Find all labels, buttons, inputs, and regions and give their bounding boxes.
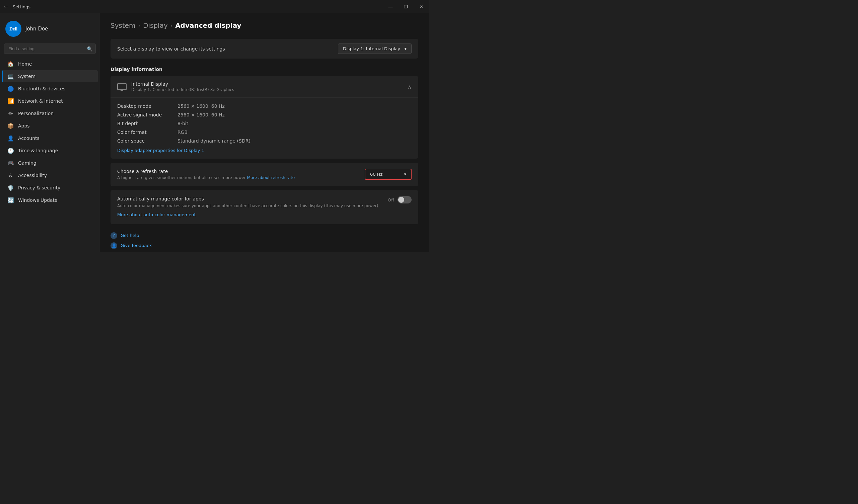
info-row: Color space Standard dynamic range (SDR) bbox=[117, 136, 412, 145]
get-help-link[interactable]: ? Get help bbox=[111, 232, 418, 239]
app-layout: Dell John Doe 🔍 🏠 Home 💻 System 🔵 Blueto… bbox=[0, 13, 429, 252]
refresh-dropdown-chevron-icon: ▾ bbox=[404, 172, 406, 177]
toggle-label: Off bbox=[388, 197, 394, 202]
give-feedback-label: Give feedback bbox=[121, 243, 152, 248]
sidebar-item-update[interactable]: 🔄 Windows Update bbox=[2, 194, 98, 206]
color-mgmt-link[interactable]: More about auto color management bbox=[117, 212, 196, 218]
toggle-area: Off bbox=[388, 196, 412, 204]
get-help-label: Get help bbox=[121, 233, 139, 238]
color-mgmt-desc: Auto color management makes sure your ap… bbox=[117, 203, 381, 218]
avatar: Dell bbox=[5, 21, 21, 37]
content-area: System › Display › Advanced display Sele… bbox=[100, 13, 429, 252]
sidebar-item-apps[interactable]: 📦 Apps bbox=[2, 120, 98, 132]
home-icon: 🏠 bbox=[7, 61, 14, 67]
info-row: Bit depth 8-bit bbox=[117, 119, 412, 128]
refresh-rate-info: Choose a refresh rate A higher rate give… bbox=[117, 169, 365, 180]
info-row-value: RGB bbox=[177, 130, 188, 135]
sidebar-item-accessibility[interactable]: ♿ Accessibility bbox=[2, 169, 98, 181]
info-row: Active signal mode 2560 × 1600, 60 Hz bbox=[117, 111, 412, 119]
collapse-icon[interactable]: ∧ bbox=[408, 84, 412, 90]
sidebar-label-apps: Apps bbox=[18, 123, 30, 129]
gaming-icon: 🎮 bbox=[7, 160, 14, 166]
sidebar-label-personalization: Personalization bbox=[18, 111, 53, 116]
search-box: 🔍 bbox=[4, 44, 96, 54]
bluetooth-icon: 🔵 bbox=[7, 85, 14, 92]
refresh-rate-dropdown[interactable]: 60 Hz ▾ bbox=[365, 169, 412, 180]
sidebar-item-home[interactable]: 🏠 Home bbox=[2, 58, 98, 70]
sidebar-item-privacy[interactable]: 🛡️ Privacy & security bbox=[2, 182, 98, 194]
info-row-value: Standard dynamic range (SDR) bbox=[177, 138, 251, 144]
bottom-links: ? Get help 👤 Give feedback bbox=[111, 232, 418, 249]
section-title: Display information bbox=[111, 67, 418, 72]
feedback-icon: 👤 bbox=[111, 242, 117, 249]
close-button[interactable]: ✕ bbox=[414, 0, 429, 13]
privacy-icon: 🛡️ bbox=[7, 184, 14, 191]
sidebar-item-network[interactable]: 📶 Network & internet bbox=[2, 95, 98, 107]
info-row-value: 2560 × 1600, 60 Hz bbox=[177, 103, 225, 109]
sidebar-item-system[interactable]: 💻 System bbox=[2, 70, 98, 82]
sidebar-label-privacy: Privacy & security bbox=[18, 185, 60, 191]
display-selector-dropdown[interactable]: Display 1: Internal Display ▾ bbox=[338, 44, 412, 54]
display-info-card: Internal Display Display 1: Connected to… bbox=[111, 76, 418, 159]
svg-text:Dell: Dell bbox=[10, 27, 17, 31]
username: John Doe bbox=[26, 26, 48, 32]
info-row-label: Bit depth bbox=[117, 121, 177, 126]
time-icon: 🕐 bbox=[7, 147, 14, 154]
give-feedback-link[interactable]: 👤 Give feedback bbox=[111, 242, 418, 249]
refresh-rate-card: Choose a refresh rate A higher rate give… bbox=[111, 163, 418, 186]
info-row-label: Active signal mode bbox=[117, 112, 177, 117]
accessibility-icon: ♿ bbox=[7, 172, 14, 179]
display-card-header: Internal Display Display 1: Connected to… bbox=[111, 76, 418, 98]
window-controls: — ❐ ✕ bbox=[383, 0, 429, 13]
personalization-icon: ✏️ bbox=[7, 110, 14, 117]
display-card-header-left: Internal Display Display 1: Connected to… bbox=[117, 81, 234, 92]
info-row: Color format RGB bbox=[117, 128, 412, 136]
display-info-rows: Desktop mode 2560 × 1600, 60 Hz Active s… bbox=[111, 98, 418, 159]
sidebar-label-bluetooth: Bluetooth & devices bbox=[18, 86, 65, 91]
dropdown-chevron-icon: ▾ bbox=[404, 46, 407, 51]
dell-logo-icon: Dell bbox=[7, 22, 20, 35]
color-mgmt-toggle[interactable] bbox=[398, 196, 412, 204]
adapter-properties-link[interactable]: Display adapter properties for Display 1 bbox=[117, 148, 204, 153]
display-header-info: Internal Display Display 1: Connected to… bbox=[131, 81, 234, 92]
user-section: Dell John Doe bbox=[0, 17, 100, 42]
apps-icon: 📦 bbox=[7, 123, 14, 129]
refresh-rate-link[interactable]: More about refresh rate bbox=[247, 175, 295, 180]
sidebar-label-network: Network & internet bbox=[18, 98, 63, 104]
display-selector-bar: Select a display to view or change its s… bbox=[111, 39, 418, 59]
maximize-button[interactable]: ❐ bbox=[398, 0, 414, 13]
monitor-icon bbox=[117, 83, 127, 90]
minimize-button[interactable]: — bbox=[383, 0, 398, 13]
search-input[interactable] bbox=[4, 44, 96, 54]
breadcrumb-sep1: › bbox=[138, 22, 140, 29]
network-icon: 📶 bbox=[7, 98, 14, 104]
sidebar-item-accounts[interactable]: 👤 Accounts bbox=[2, 132, 98, 144]
color-mgmt-title: Automatically manage color for apps bbox=[117, 196, 381, 201]
display-dropdown-value: Display 1: Internal Display bbox=[343, 46, 400, 51]
sidebar-item-gaming[interactable]: 🎮 Gaming bbox=[2, 157, 98, 169]
update-icon: 🔄 bbox=[7, 197, 14, 204]
info-row: Desktop mode 2560 × 1600, 60 Hz bbox=[117, 102, 412, 111]
sidebar-item-personalization[interactable]: ✏️ Personalization bbox=[2, 108, 98, 119]
sidebar-item-bluetooth[interactable]: 🔵 Bluetooth & devices bbox=[2, 83, 98, 95]
display-name: Internal Display bbox=[131, 81, 234, 87]
breadcrumb-system[interactable]: System bbox=[111, 21, 136, 30]
titlebar-title: Settings bbox=[13, 4, 31, 10]
breadcrumb: System › Display › Advanced display bbox=[111, 21, 418, 30]
nav-list: 🏠 Home 💻 System 🔵 Bluetooth & devices 📶 … bbox=[0, 58, 100, 206]
sidebar-label-home: Home bbox=[18, 61, 32, 67]
sidebar-label-time: Time & language bbox=[18, 148, 58, 153]
accounts-icon: 👤 bbox=[7, 135, 14, 142]
help-icon: ? bbox=[111, 232, 117, 239]
sidebar-label-system: System bbox=[18, 74, 35, 79]
info-row-value: 2560 × 1600, 60 Hz bbox=[177, 112, 225, 117]
sidebar-item-time[interactable]: 🕐 Time & language bbox=[2, 145, 98, 157]
breadcrumb-sep2: › bbox=[171, 22, 173, 29]
info-row-value: 8-bit bbox=[177, 121, 188, 126]
breadcrumb-display[interactable]: Display bbox=[143, 21, 168, 30]
sidebar-label-accessibility: Accessibility bbox=[18, 173, 47, 178]
titlebar: ← Settings — ❐ ✕ bbox=[0, 0, 429, 13]
back-icon[interactable]: ← bbox=[4, 4, 8, 10]
breadcrumb-current: Advanced display bbox=[175, 21, 241, 30]
info-row-label: Color space bbox=[117, 138, 177, 144]
